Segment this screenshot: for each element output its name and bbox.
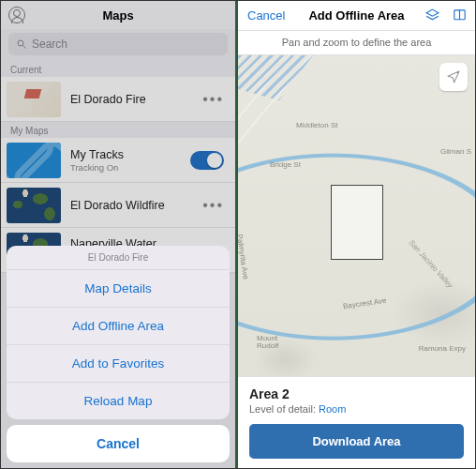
sheet-map-details[interactable]: Map Details [7, 270, 230, 308]
locate-button[interactable] [439, 63, 468, 91]
map-canvas[interactable]: Middleton St Bridge St Gilman S Palmyrit… [238, 55, 475, 386]
selection-rectangle[interactable] [331, 185, 383, 260]
street-label: Middleton St [296, 121, 337, 129]
navbar-title: Add Offline Area [308, 8, 404, 23]
maps-list-screen: Maps Search Current El Dorado Fire ••• M… [1, 1, 238, 468]
download-area-button[interactable]: Download Area [249, 424, 464, 459]
terrain-label: Mount Rudolf [257, 335, 290, 350]
lod-value[interactable]: Room [319, 403, 346, 415]
locate-icon [446, 69, 461, 84]
sheet-title: El Dorado Fire [7, 246, 230, 270]
layers-icon[interactable] [424, 8, 440, 23]
sheet-cancel-button[interactable]: Cancel [7, 425, 230, 462]
sheet-add-offline-area[interactable]: Add Offline Area [7, 308, 230, 345]
cancel-button[interactable]: Cancel [247, 8, 285, 23]
street-label: Bridge St [270, 160, 301, 169]
bookmark-icon[interactable] [452, 8, 468, 23]
terrain-label: San Jacinto Valley [408, 238, 455, 290]
street-label: Baycrest Ave [343, 296, 387, 310]
area-name: Area 2 [249, 386, 464, 401]
hint-text: Pan and zoom to define the area [238, 31, 475, 55]
action-sheet: El Dorado Fire Map Details Add Offline A… [7, 246, 230, 462]
water-hatch [238, 55, 313, 100]
street-label: Ramona Expy [419, 344, 466, 353]
street-label: Palmyrita Ave [238, 234, 250, 280]
level-of-detail[interactable]: Level of detail: Room [249, 403, 464, 415]
navbar: Cancel Add Offline Area [238, 1, 475, 31]
sheet-reload-map[interactable]: Reload Map [7, 383, 230, 419]
sheet-add-to-favorites[interactable]: Add to Favorites [7, 345, 230, 383]
add-offline-area-screen: Cancel Add Offline Area Pan and zoom to … [238, 1, 475, 468]
street-label: Gilman S [440, 147, 471, 156]
download-card: Area 2 Level of detail: Room Download Ar… [238, 376, 475, 468]
